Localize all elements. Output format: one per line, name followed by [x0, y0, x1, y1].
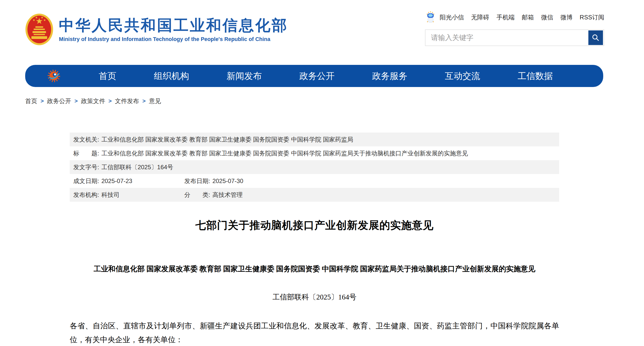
nav-item-interaction[interactable]: 互动交流: [445, 70, 480, 82]
site-brand: 中华人民共和国工业和信息化部 Ministry of Industry and …: [25, 13, 288, 46]
breadcrumb-current-page: 意见: [149, 97, 161, 105]
nav-item-miit-data[interactable]: 工信数据: [518, 70, 553, 82]
document-subtitle: 工业和信息化部 国家发展改革委 教育部 国家卫生健康委 国务院国资委 中国科学院…: [70, 264, 559, 274]
document-number: 工信部联科〔2025〕164号: [70, 292, 559, 302]
field-value: 科技司: [101, 191, 120, 199]
link-sunshine-assistant[interactable]: 阳光小信: [440, 13, 464, 21]
national-emblem-icon: [25, 13, 53, 46]
site-subtitle-english: Ministry of Industry and Information Tec…: [59, 36, 288, 42]
table-row-title: 标 题: 工业和信息化部 国家发展改革委 教育部 国家卫生健康委 国务院国资委 …: [70, 146, 559, 160]
nav-item-home[interactable]: 首页: [99, 70, 116, 82]
field-value: 工信部联科〔2025〕164号: [101, 163, 173, 171]
document-body-paragraph: 各省、自治区、直辖市及计划单列市、新疆生产建设兵团工业和信息化、发展改革、教育、…: [70, 319, 559, 346]
quick-links-bar: 阳光小信 无障碍 手机端 邮箱 微信 微博 RSS订阅: [425, 11, 604, 23]
breadcrumb-separator: >: [75, 98, 78, 104]
field-value: 高技术管理: [212, 191, 243, 199]
link-accessibility[interactable]: 无障碍: [471, 13, 489, 21]
search-button[interactable]: [588, 30, 603, 45]
site-header: 中华人民共和国工业和信息化部 Ministry of Industry and …: [0, 0, 644, 58]
document-page: 发文机关: 工业和信息化部 国家发展改革委 教育部 国家卫生健康委 国务院国资委…: [70, 133, 559, 346]
breadcrumb-policy-documents[interactable]: 政策文件: [81, 97, 105, 105]
miit-gear-logo-icon: [47, 69, 61, 83]
nav-item-gov-disclosure[interactable]: 政务公开: [299, 70, 335, 82]
link-wechat[interactable]: 微信: [541, 13, 553, 21]
breadcrumb-separator: >: [142, 98, 146, 104]
link-rss[interactable]: RSS订阅: [580, 13, 604, 21]
field-label: 标 题:: [73, 149, 99, 157]
field-value: 工业和信息化部 国家发展改革委 教育部 国家卫生健康委 国务院国资委 中国科学院…: [101, 149, 468, 157]
table-row-publisher-category: 发布机构: 科技司 分 类: 高技术管理: [70, 188, 559, 202]
breadcrumb-gov-disclosure[interactable]: 政务公开: [47, 97, 71, 105]
breadcrumb-document-release[interactable]: 文件发布: [115, 97, 139, 105]
field-label: 发布日期:: [184, 177, 210, 185]
search-box: [425, 29, 604, 46]
field-label: 发文字号:: [73, 163, 99, 171]
field-label: 分 类:: [184, 191, 210, 199]
field-label: 发文机关:: [73, 136, 99, 144]
link-mail[interactable]: 邮箱: [522, 13, 534, 21]
nav-item-news[interactable]: 新闻发布: [227, 70, 262, 82]
nav-item-gov-services[interactable]: 政务服务: [372, 70, 407, 82]
field-value: 2025-07-30: [212, 178, 243, 185]
link-weibo[interactable]: 微博: [560, 13, 573, 21]
field-label: 成文日期:: [73, 177, 99, 185]
robot-mascot-icon: [425, 11, 436, 23]
breadcrumb: 首页 > 政务公开 > 政策文件 > 文件发布 > 意见: [25, 97, 161, 105]
search-input[interactable]: [425, 30, 588, 46]
breadcrumb-separator: >: [109, 98, 112, 104]
site-title: 中华人民共和国工业和信息化部: [59, 17, 288, 34]
table-row-doc-number: 发文字号: 工信部联科〔2025〕164号: [70, 160, 559, 174]
field-value: 工业和信息化部 国家发展改革委 教育部 国家卫生健康委 国务院国资委 中国科学院…: [101, 136, 353, 144]
link-mobile[interactable]: 手机端: [496, 13, 515, 21]
main-navigation: 首页 组织机构 新闻发布 政务公开 政务服务 互动交流 工信数据: [25, 65, 603, 87]
field-value: 2025-07-23: [101, 178, 132, 185]
field-label: 发布机构:: [73, 191, 99, 199]
nav-item-organization[interactable]: 组织机构: [154, 70, 189, 82]
table-row-issuing-agencies: 发文机关: 工业和信息化部 国家发展改革委 教育部 国家卫生健康委 国务院国资委…: [70, 133, 559, 146]
document-meta-table: 发文机关: 工业和信息化部 国家发展改革委 教育部 国家卫生健康委 国务院国资委…: [70, 133, 559, 202]
document-title: 七部门关于推动脑机接口产业创新发展的实施意见: [70, 218, 559, 232]
search-icon: [592, 34, 600, 42]
breadcrumb-separator: >: [41, 98, 44, 104]
table-row-dates: 成文日期: 2025-07-23 发布日期: 2025-07-30: [70, 174, 559, 188]
header-utilities: 阳光小信 无障碍 手机端 邮箱 微信 微博 RSS订阅: [425, 11, 604, 46]
breadcrumb-home[interactable]: 首页: [25, 97, 37, 105]
